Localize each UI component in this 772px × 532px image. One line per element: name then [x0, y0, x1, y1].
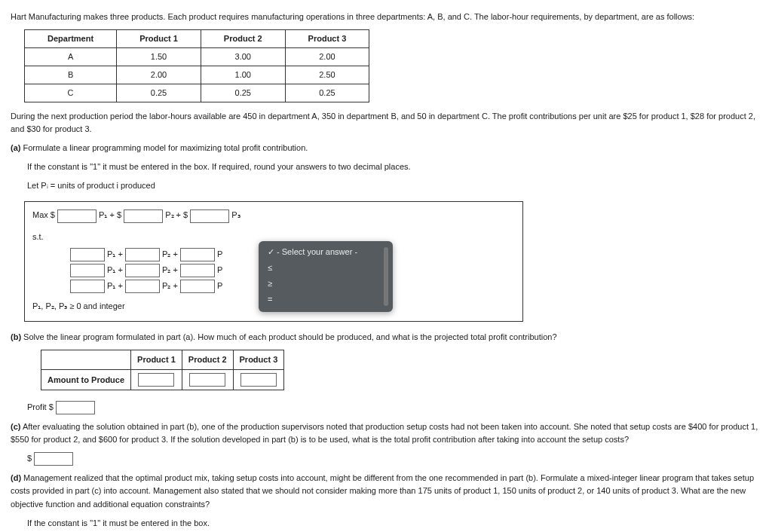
txt: P₁ +	[107, 281, 123, 290]
txt: P₃	[231, 210, 240, 219]
cell: 3.00	[201, 48, 285, 66]
th: Product 1	[131, 350, 182, 369]
cell: C	[25, 84, 117, 102]
a-question: Formulate a linear programming model for…	[23, 143, 308, 152]
a-label: (a)	[11, 143, 20, 152]
a-c3-p1[interactable]	[70, 280, 105, 293]
a-c1-p3[interactable]	[180, 248, 215, 261]
cell: B	[25, 66, 117, 84]
relation-dropdown[interactable]: - Select your answer - ≤ ≥ =	[259, 241, 393, 312]
cell: 1.00	[201, 66, 285, 84]
cell: 0.25	[117, 84, 201, 102]
a-c2-p1[interactable]	[70, 264, 105, 277]
b-rowlabel: Amount to Produce	[41, 370, 131, 390]
th-p1: Product 1	[117, 30, 201, 48]
cell: 2.00	[285, 48, 369, 66]
d-question: Management realized that the optimal pro…	[11, 473, 754, 508]
intro2-text: During the next production period the la…	[11, 110, 761, 136]
cell: 0.25	[285, 84, 369, 102]
a-c1-p1[interactable]	[70, 248, 105, 261]
txt: P	[217, 281, 222, 290]
c-label: (c)	[11, 422, 20, 431]
a-obj-c1[interactable]	[57, 209, 96, 223]
txt: P	[217, 265, 222, 274]
a-form: Max $ P₁ + $ P₂ + $ P₃ s.t. P₁ + P₂ + P …	[24, 201, 523, 321]
labor-hours-table: Department Product 1 Product 2 Product 3…	[24, 29, 369, 102]
txt: P	[217, 249, 222, 258]
max-label: Max $	[32, 210, 55, 219]
cell: 1.50	[117, 48, 201, 66]
dropdown-opt-placeholder[interactable]: - Select your answer -	[266, 244, 385, 260]
b-table: Product 1 Product 2 Product 3 Amount to …	[41, 350, 284, 390]
txt: P₂ +	[162, 249, 178, 258]
b-question: Solve the linear program formulated in p…	[23, 332, 556, 341]
dropdown-opt-ge[interactable]: ≥	[266, 276, 385, 292]
txt: P₁ +	[107, 249, 123, 258]
txt: P₂ + $	[165, 210, 188, 219]
th: Product 2	[182, 350, 233, 369]
b-amt-p1[interactable]	[138, 373, 174, 387]
intro-text: Hart Manufacturing makes three products.…	[11, 11, 761, 23]
c-input[interactable]	[34, 452, 73, 466]
a-note2: Let Pᵢ = units of product i produced	[27, 179, 761, 192]
a-obj-c2[interactable]	[124, 209, 163, 223]
scrollbar-icon[interactable]	[384, 247, 388, 306]
b-amt-p2[interactable]	[189, 373, 225, 387]
th-dept: Department	[25, 30, 117, 48]
dropdown-opt-eq[interactable]: =	[266, 292, 385, 307]
d-note1: If the constant is "1" it must be entere…	[27, 517, 761, 530]
c-dollar: $	[27, 454, 32, 463]
th-p2: Product 2	[201, 30, 285, 48]
cell: 2.50	[285, 66, 369, 84]
b-profit-input[interactable]	[56, 401, 95, 414]
th-p3: Product 3	[285, 30, 369, 48]
a-c2-p2[interactable]	[125, 264, 160, 277]
cell: 0.25	[201, 84, 285, 102]
b-label: (b)	[11, 332, 21, 341]
a-note1: If the constant is "1" it must be entere…	[27, 161, 761, 173]
th: Product 3	[233, 350, 284, 369]
st-label: s.t.	[32, 232, 44, 241]
c-question: After evaluating the solution obtained i…	[11, 422, 758, 444]
txt: P₁ + $	[99, 210, 121, 219]
d-label: (d)	[11, 473, 21, 482]
a-obj-c3[interactable]	[190, 209, 229, 223]
b-profit-label: Profit $	[27, 402, 54, 411]
dropdown-opt-le[interactable]: ≤	[266, 260, 385, 276]
th	[41, 350, 131, 369]
a-c1-p2[interactable]	[125, 248, 160, 261]
b-amt-p3[interactable]	[240, 373, 277, 387]
txt: P₂ +	[162, 281, 178, 290]
a-c3-p2[interactable]	[125, 280, 160, 293]
txt: P₂ +	[162, 265, 178, 274]
cell: A	[25, 48, 117, 66]
txt: P₁ +	[107, 265, 123, 274]
cell: 2.00	[117, 66, 201, 84]
a-c3-p3[interactable]	[180, 280, 215, 293]
a-c2-p3[interactable]	[180, 264, 215, 277]
